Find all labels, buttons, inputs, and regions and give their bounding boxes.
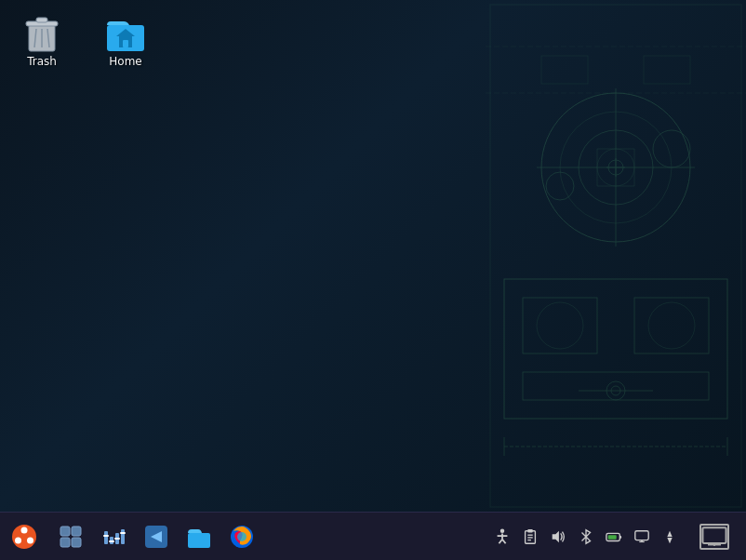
svg-rect-54 [121,529,125,544]
svg-rect-25 [490,5,741,507]
home-folder-icon[interactable]: Home [88,5,163,73]
svg-rect-58 [120,532,126,534]
svg-rect-70 [527,528,532,532]
svg-rect-31 [541,56,588,84]
taskbar-apps [4,516,491,557]
svg-rect-56 [109,540,114,542]
svg-point-44 [21,527,28,533]
volume-icon[interactable] [547,516,569,557]
svg-marker-82 [667,537,672,542]
show-desktop-indicator [699,524,729,550]
mixer-button[interactable] [93,516,134,557]
svg-point-46 [27,537,33,543]
svg-rect-61 [188,533,210,548]
desktop: Trash Home [0,0,746,512]
trash-icon[interactable]: Trash [5,5,79,73]
svg-rect-47 [60,527,70,536]
svg-rect-77 [608,535,617,540]
blueprint-background [486,0,746,512]
svg-rect-49 [60,538,70,547]
system-menu-button[interactable] [4,516,45,557]
home-icon-image [103,10,148,55]
svg-rect-57 [114,538,120,540]
trash-icon-image [20,10,64,55]
svg-rect-42 [123,40,128,47]
svg-rect-32 [644,56,690,84]
bluetooth-icon[interactable] [575,516,597,557]
svg-point-45 [15,537,21,543]
svg-rect-14 [634,298,709,353]
trash-label: Trash [27,55,57,68]
svg-marker-81 [667,530,672,536]
home-label: Home [109,55,141,68]
svg-rect-50 [72,538,81,547]
clipboard-icon[interactable] [519,516,541,557]
system-tray [491,516,742,557]
firefox-button[interactable] [221,516,262,557]
svg-point-63 [237,532,246,541]
svg-point-19 [648,302,695,349]
svg-rect-83 [702,527,726,543]
taskbar [0,512,746,560]
svg-point-18 [537,302,583,349]
files-window-button[interactable] [50,516,91,557]
network-icon[interactable] [659,516,681,557]
svg-point-64 [500,528,505,533]
show-desktop-button[interactable] [694,516,735,557]
desktop-icons-container: Trash Home [5,5,163,73]
svg-rect-51 [104,531,108,544]
app3-button[interactable] [136,516,177,557]
file-manager-button[interactable] [179,516,220,557]
display-icon[interactable] [631,516,653,557]
svg-rect-55 [103,535,109,537]
svg-point-17 [653,130,690,167]
svg-point-16 [546,172,574,200]
battery-icon[interactable] [603,516,625,557]
svg-rect-13 [523,298,597,353]
svg-rect-48 [72,527,81,536]
svg-rect-0 [486,0,746,512]
svg-rect-35 [36,18,47,22]
svg-marker-74 [553,530,559,542]
svg-rect-12 [504,279,727,419]
svg-line-68 [502,539,506,543]
svg-rect-76 [619,536,621,539]
svg-rect-78 [635,530,648,540]
accessibility-icon[interactable] [491,516,513,557]
